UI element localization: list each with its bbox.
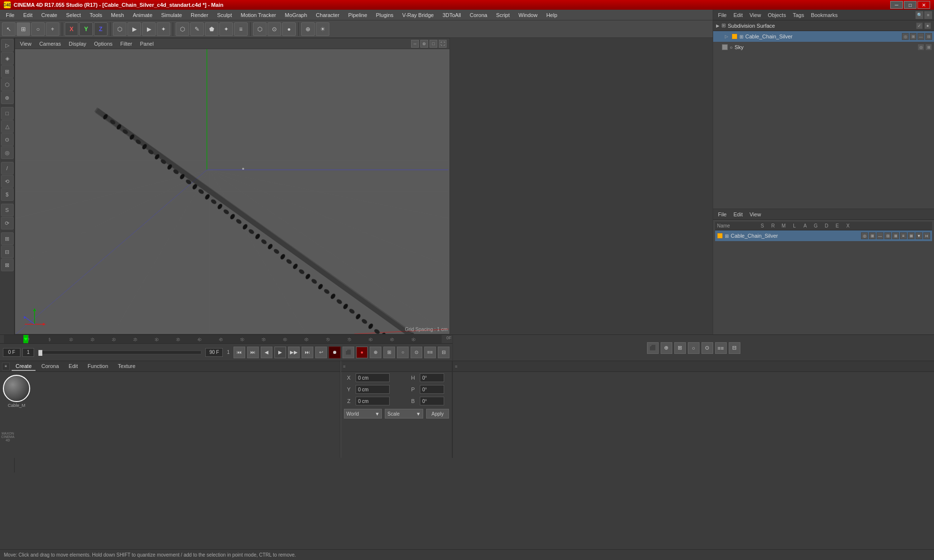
attr-icon-5[interactable]: ⊞ (892, 232, 899, 239)
viewport[interactable]: View Cameras Display Options Filter Pane… (15, 38, 450, 334)
subdivision-surface-row[interactable]: ▶ ⊞ Subdivision Surface ✓ ● (713, 20, 934, 31)
sky-icon-1[interactable]: ◎ (917, 44, 924, 51)
left-tool-5[interactable]: ⊕ (1, 91, 14, 104)
timeline-slider[interactable] (38, 350, 201, 354)
transport-settings2[interactable]: ⊙ (411, 347, 422, 358)
tl-key-pt[interactable]: ⊟ (729, 342, 740, 354)
toolbar-render-1[interactable]: ⬡ (253, 22, 267, 36)
attr-menu-edit[interactable]: Edit (731, 210, 746, 218)
tl-key-param[interactable]: ≡≡ (715, 342, 727, 354)
left-tool-16[interactable]: ⊟ (1, 245, 14, 258)
transport-settings3[interactable]: ≡≡ (424, 347, 436, 358)
transport-go-start[interactable]: ⏮ (234, 347, 245, 358)
viewport-menu-view[interactable]: View (18, 40, 34, 48)
attr-icon-4[interactable]: ⊟ (884, 232, 891, 239)
toolbar-light-1[interactable]: ⊕ (301, 22, 315, 36)
attr-icon-2[interactable]: ⊞ (869, 232, 876, 239)
toolbar-view-3[interactable]: ▶ (142, 22, 156, 36)
transport-settings1[interactable]: ○ (397, 347, 409, 358)
toolbar-obj-4[interactable]: ✦ (219, 22, 233, 36)
menu-simulate[interactable]: Simulate (157, 11, 186, 19)
tab-edit[interactable]: Edit (65, 362, 82, 371)
objects-menu-file[interactable]: File (715, 11, 730, 19)
maximize-button[interactable]: □ (904, 1, 916, 9)
tab-create[interactable]: Create (12, 362, 36, 371)
left-tool-13[interactable]: S (1, 204, 14, 216)
toolbar-obj-3[interactable]: ⬟ (205, 22, 218, 36)
menu-pipeline[interactable]: Pipeline (344, 11, 371, 19)
start-frame-input[interactable]: 0 F (3, 348, 20, 357)
subdiv-dot-icon[interactable]: ● (924, 22, 931, 29)
timeline-ruler[interactable]: 0 5 10 15 20 25 30 35 40 45 50 55 60 (0, 335, 452, 344)
viewport-menu-panel[interactable]: Panel (138, 40, 156, 48)
toolbar-view-2[interactable]: ▶ (127, 22, 141, 36)
minimize-button[interactable]: ─ (890, 1, 903, 9)
menu-window[interactable]: Window (515, 11, 541, 19)
left-tool-11[interactable]: ⟲ (1, 175, 14, 188)
menu-tools[interactable]: Tools (86, 11, 106, 19)
coord-world-dropdown[interactable]: World ▼ (344, 409, 382, 419)
menu-mograph[interactable]: MoGraph (281, 11, 311, 19)
fps-input[interactable]: 1 (22, 348, 34, 357)
toolbar-light-2[interactable]: ☀ (316, 22, 329, 36)
menu-file[interactable]: File (2, 11, 18, 19)
toolbar-render-2[interactable]: ⊙ (268, 22, 281, 36)
left-tool-4[interactable]: ⬡ (1, 78, 14, 91)
attr-menu-view[interactable]: View (747, 210, 764, 218)
left-tool-1[interactable]: ▷ (1, 39, 14, 52)
toolbar-render-3[interactable]: ● (282, 22, 296, 36)
menu-plugins[interactable]: Plugins (372, 11, 397, 19)
toolbar-select-circle[interactable]: ○ (31, 22, 45, 36)
transport-play[interactable]: ▶ (274, 347, 286, 358)
left-tool-17[interactable]: ⊠ (1, 259, 14, 271)
objects-menu-tags[interactable]: Tags (790, 11, 807, 19)
attr-icon-1[interactable]: ◎ (861, 232, 868, 239)
end-frame-input[interactable]: 90 F (205, 348, 223, 357)
objects-search-icon[interactable]: 🔍 (916, 11, 923, 19)
menu-sculpt[interactable]: Sculpt (213, 11, 236, 19)
viewport-icon-1[interactable]: ↔ (411, 40, 419, 48)
tl-key-scale[interactable]: ⊞ (674, 342, 686, 354)
coord-y-pos[interactable]: 0 cm (356, 385, 390, 394)
object-row-sky[interactable]: ○ Sky ◎ ⊞ (713, 42, 934, 52)
menu-edit[interactable]: Edit (19, 11, 36, 19)
transport-next-frame[interactable]: ▶▶ (288, 347, 300, 358)
toolbar-select-rect[interactable]: ⊞ (17, 22, 30, 36)
tab-corona[interactable]: Corona (37, 362, 63, 371)
viewport-canvas[interactable]: Perspective (15, 49, 449, 334)
attr-icon-6[interactable]: ≡ (900, 232, 907, 239)
transport-auto-key[interactable]: ⊞ (383, 347, 395, 358)
toolbar-axis-x[interactable]: X (65, 22, 78, 36)
attr-icon-8[interactable]: ▼ (916, 232, 922, 239)
transport-prev-key[interactable]: ⏭ (247, 347, 259, 358)
menu-render[interactable]: Render (187, 11, 212, 19)
toolbar-obj-2[interactable]: ✎ (190, 22, 204, 36)
toolbar-move[interactable]: ↖ (2, 22, 16, 36)
tl-key-pos[interactable]: ⊕ (661, 342, 672, 354)
transport-key-btn[interactable]: ⊕ (370, 347, 381, 358)
left-tool-10[interactable]: / (1, 162, 14, 175)
cable-icon-4[interactable]: ⊟ (925, 33, 932, 40)
material-item-cable[interactable]: Cable_M (3, 375, 30, 408)
objects-menu-view[interactable]: View (747, 11, 764, 19)
viewport-menu-options[interactable]: Options (92, 40, 114, 48)
viewport-menu-filter[interactable]: Filter (118, 40, 134, 48)
attr-icon-7[interactable]: ⊠ (908, 232, 915, 239)
tl-key-rot[interactable]: ○ (688, 342, 700, 354)
transport-record[interactable]: ⏺ (329, 347, 341, 358)
objects-menu-objects[interactable]: Objects (765, 11, 789, 19)
cable-icon-2[interactable]: ⊞ (910, 33, 916, 40)
coord-scale-dropdown[interactable]: Scale ▼ (385, 409, 423, 419)
attr-menu-file[interactable]: File (715, 210, 730, 218)
left-tool-14[interactable]: ⟳ (1, 217, 14, 229)
cable-icon-1[interactable]: ◎ (902, 33, 909, 40)
timeline-slider-handle[interactable] (38, 350, 42, 356)
left-tool-12[interactable]: $ (1, 188, 14, 201)
tl-key-all[interactable]: ⬛ (647, 342, 659, 354)
menu-select[interactable]: Select (62, 11, 85, 19)
menu-vray[interactable]: V-Ray Bridge (398, 11, 438, 19)
transport-go-end[interactable]: ↩ (315, 347, 327, 358)
coord-p-val[interactable]: 0° (420, 385, 444, 394)
viewport-icon-3[interactable]: □ (430, 40, 437, 48)
attr-row-cable-chain[interactable]: ⊞ Cable_Chain_Silver ◎ ⊞ — ⊟ ⊞ ≡ ⊠ ▼ H (715, 230, 932, 241)
